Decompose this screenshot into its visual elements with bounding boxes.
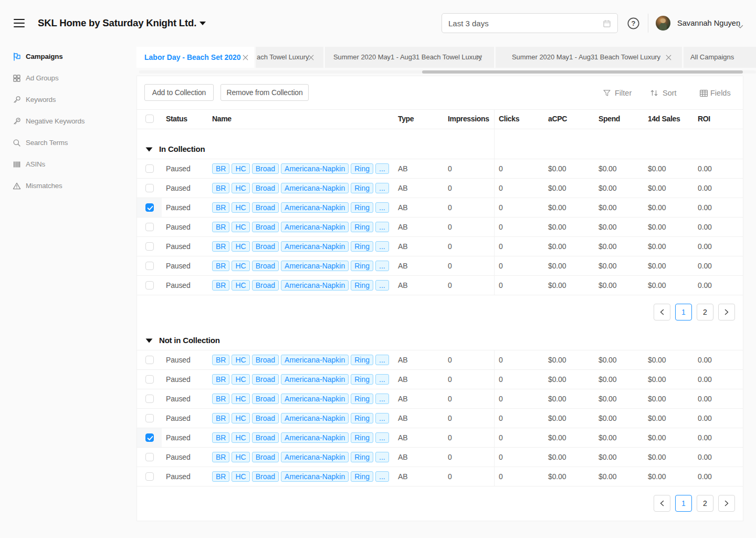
svg-text:?: ? xyxy=(632,19,636,27)
